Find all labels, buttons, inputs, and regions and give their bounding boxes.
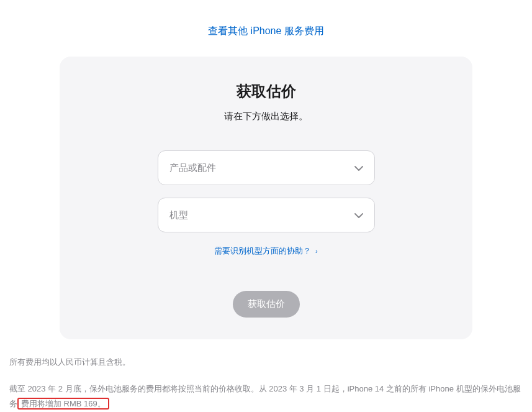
help-link-text: 需要识别机型方面的协助？ xyxy=(214,246,311,255)
chevron-down-icon xyxy=(354,209,363,221)
footnote-price-increase: 截至 2023 年 2 月底，保外电池服务的费用都将按照当前的价格收取。从 20… xyxy=(9,382,523,412)
product-select-placeholder: 产品或配件 xyxy=(169,162,354,174)
price-increase-highlight: 费用将增加 RMB 169。 xyxy=(17,398,109,410)
identify-model-help-link[interactable]: 需要识别机型方面的协助？ › xyxy=(214,246,317,255)
help-link-container: 需要识别机型方面的协助？ › xyxy=(78,245,454,257)
footnotes-section: 所有费用均以人民币计算且含税。 截至 2023 年 2 月底，保外电池服务的费用… xyxy=(9,355,523,412)
chevron-right-icon: › xyxy=(315,247,318,255)
model-select[interactable]: 机型 xyxy=(158,198,375,232)
product-select[interactable]: 产品或配件 xyxy=(158,150,375,185)
get-estimate-button[interactable]: 获取估价 xyxy=(233,291,300,318)
card-title: 获取估价 xyxy=(78,81,454,101)
footnote-currency: 所有费用均以人民币计算且含税。 xyxy=(9,355,523,370)
estimate-card: 获取估价 请在下方做出选择。 产品或配件 机型 需要识别机型方面的协助？ › 获… xyxy=(60,57,472,339)
other-services-link[interactable]: 查看其他 iPhone 服务费用 xyxy=(208,25,324,36)
card-subtitle: 请在下方做出选择。 xyxy=(78,111,454,122)
chevron-down-icon xyxy=(354,162,363,173)
model-select-placeholder: 机型 xyxy=(169,209,354,221)
top-link-container: 查看其他 iPhone 服务费用 xyxy=(9,0,523,57)
